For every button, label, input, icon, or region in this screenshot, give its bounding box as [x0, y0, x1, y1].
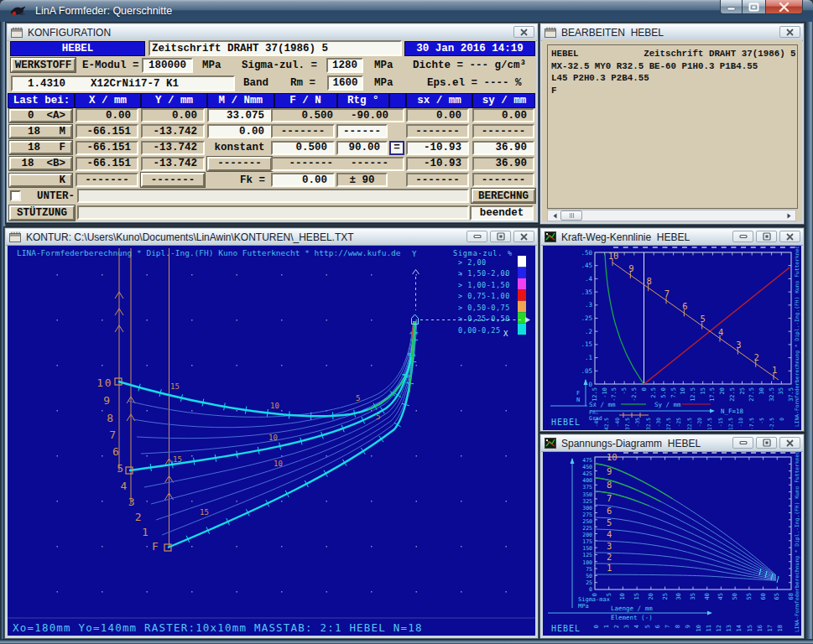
spannung-maximize-button[interactable] — [756, 437, 777, 449]
svg-text:32.5: 32.5 — [769, 387, 775, 402]
feder-name-button[interactable]: HEBEL — [10, 41, 145, 56]
maximize-icon — [763, 232, 771, 241]
sigma-zul-field[interactable]: 1280 — [326, 58, 363, 73]
werkstoff-name-field[interactable]: 1.4310 X12CrNi17-7 K1 — [11, 75, 235, 91]
scrollbar-thumb[interactable] — [560, 210, 582, 221]
window-kraft-weg-kennlinie: Kraft-Weg-Kennlinie HEBEL .50.45.4.35.3.… — [539, 227, 805, 432]
kontur-close-button[interactable] — [513, 231, 534, 242]
scroll-left-button[interactable] — [549, 210, 560, 221]
cell-f-input[interactable]: 0.00 — [271, 173, 335, 187]
svg-text:11: 11 — [706, 625, 712, 631]
cell-m-input[interactable]: 33.075 — [207, 108, 272, 122]
svg-text:5: 5 — [701, 314, 706, 324]
svg-text:27.5: 27.5 — [748, 387, 755, 402]
row-label-button[interactable]: K — [9, 174, 72, 187]
cell-sy-input[interactable]: 36.90 — [472, 141, 534, 155]
table-header-mnmm: M / Nmm — [207, 94, 274, 107]
svg-text:-27.5: -27.5 — [665, 418, 671, 430]
kontur-minimize-button[interactable] — [466, 231, 487, 242]
window-caption-buttons — [513, 26, 534, 38]
header-separator — [206, 94, 208, 107]
cell-rtg-input[interactable]: 90.00 — [336, 141, 388, 155]
cell-m-input[interactable]: 0.00 — [207, 124, 272, 138]
table-header-lastbei: Last bei: — [8, 94, 75, 107]
bearbeiten-horizontal-scrollbar[interactable] — [547, 210, 796, 221]
cell-sx-value: ------- — [406, 173, 469, 187]
cell-rtg-input[interactable]: ------ — [336, 124, 388, 138]
svg-text:0: 0 — [589, 586, 592, 593]
svg-text:-32.5: -32.5 — [645, 418, 651, 430]
main-titlebar[interactable]: LinA Formfeder: Querschnitte — [0, 0, 813, 22]
svg-text:25: 25 — [586, 579, 592, 586]
svg-text:-5: -5 — [621, 387, 628, 394]
table-header: Last bei:X / mmY / mmM / NmmF / NRtg °sx… — [8, 93, 535, 108]
cell-eq-input[interactable]: = — [389, 141, 404, 155]
svg-text:350: 350 — [582, 491, 592, 498]
kraftweg-maximize-button[interactable] — [756, 231, 777, 242]
werkstoff-button[interactable]: WERKSTOFF — [11, 58, 76, 72]
rm-field[interactable]: 1600 — [327, 75, 363, 91]
spannung-titlebar[interactable]: Spannungs-Diagramm HEBEL — [541, 435, 803, 452]
kontur-maximize-button[interactable] — [490, 231, 511, 242]
svg-text:22.5: 22.5 — [729, 387, 736, 402]
svg-text:3: 3 — [623, 625, 630, 628]
emodul-label: E-Modul = — [82, 58, 141, 72]
bearbeiten-text-area[interactable]: HEBEL Zeitschrift DRAHT 37(1986) 5 MX-32… — [547, 44, 798, 209]
svg-text:> 0,25-0,50: > 0,25-0,50 — [458, 314, 510, 323]
berechnung-button[interactable]: BERECHNG — [472, 189, 535, 203]
emodul-field[interactable]: 180000 — [142, 58, 193, 73]
svg-text:35: 35 — [690, 593, 696, 600]
kontur-titlebar[interactable]: KONTUR: C:\Users\Kuno\Documents\LinAwin\… — [6, 229, 537, 246]
spannung-close-button[interactable] — [779, 437, 800, 449]
kraftweg-titlebar[interactable]: Kraft-Weg-Kennlinie HEBEL — [541, 229, 803, 246]
svg-text:9: 9 — [685, 625, 691, 628]
row-label-button[interactable]: 18 F — [9, 141, 72, 154]
row-label-button[interactable]: 0 <A> — [9, 109, 72, 122]
svg-text:400: 400 — [582, 477, 592, 484]
table-header-sxmm: sx / mm — [406, 94, 472, 107]
window-caption-buttons — [732, 231, 800, 242]
svg-text:Xo=180mm Yo=140mm RASTER:10x10: Xo=180mm Yo=140mm RASTER:10x10mm MASSTAB… — [13, 621, 423, 634]
cell-sx-value: -10.93 — [406, 157, 469, 171]
row-label-button[interactable]: 18 M — [9, 125, 72, 138]
spannung-minimize-button[interactable] — [732, 437, 753, 449]
window-caption-buttons — [732, 437, 800, 449]
kontur-title: KONTUR: C:\Users\Kuno\Documents\LinAwin\… — [26, 231, 354, 243]
sigma-zul-label: Sigma-zul. = — [242, 58, 319, 72]
bearbeiten-editor: HEBEL Zeitschrift DRAHT 37(1986) 5 MX-32… — [542, 40, 802, 222]
svg-text:-35: -35 — [634, 418, 640, 427]
svg-text:15: 15 — [173, 455, 182, 464]
cell-y-value: ------- — [141, 173, 205, 187]
svg-text:25: 25 — [739, 387, 746, 394]
svg-text:F: F — [152, 540, 159, 553]
kraftweg-title: Kraft-Weg-Kennlinie HEBEL — [561, 231, 690, 243]
unterstuetzung-checkbox[interactable] — [10, 190, 21, 201]
svg-text:2: 2 — [135, 511, 143, 523]
konfiguration-titlebar[interactable]: KONFIGURATION — [8, 24, 537, 41]
row-label-button[interactable]: 18 <B> — [9, 157, 72, 170]
window-caption-buttons — [779, 26, 800, 38]
bearbeiten-close-button[interactable] — [779, 26, 800, 38]
kraftweg-plot-area: .50.45.4.35.3.25.2.15.1.05010987654321-1… — [543, 246, 801, 428]
scroll-right-button[interactable] — [783, 210, 795, 221]
konfiguration-close-button[interactable] — [513, 26, 534, 38]
main-maximize-button[interactable] — [743, 0, 765, 14]
cell-x-value: -66.151 — [76, 141, 138, 155]
bearbeiten-titlebar[interactable]: BEARBEITEN HEBEL — [541, 24, 803, 41]
cell-f-value: 0.500 — [301, 110, 333, 122]
main-close-button[interactable] — [765, 0, 803, 14]
spannung-title: Spannungs-Diagramm HEBEL — [561, 438, 701, 449]
cell-rtg-value: ± 90 — [336, 173, 388, 187]
svg-text:4: 4 — [718, 327, 723, 337]
svg-text:15: 15 — [700, 387, 706, 394]
kraftweg-minimize-button[interactable] — [732, 231, 753, 242]
kraftweg-close-button[interactable] — [779, 231, 800, 242]
cell-f-input[interactable]: 0.500 — [271, 141, 335, 155]
svg-text:-5: -5 — [758, 418, 764, 424]
cell-sx-input[interactable]: -10.93 — [406, 141, 469, 155]
stuetzung-button[interactable]: STÜTZUNG — [9, 205, 75, 221]
arrow-left-icon — [553, 213, 557, 219]
zeitschrift-field[interactable]: Zeitschrift DRAHT 37(1986) 5 — [149, 40, 402, 56]
minimize-icon — [727, 3, 737, 11]
main-minimize-button[interactable] — [720, 0, 743, 14]
